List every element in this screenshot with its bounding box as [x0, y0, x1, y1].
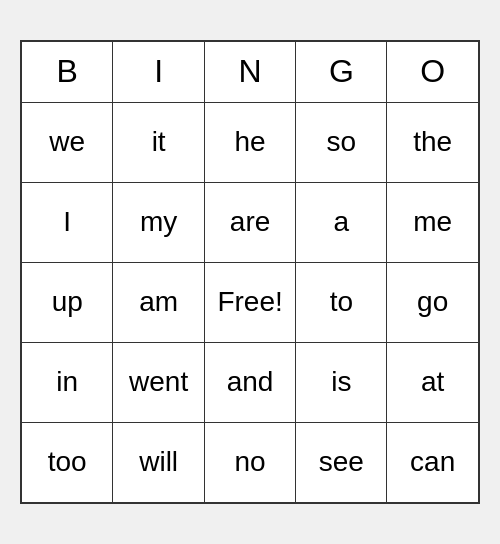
header-row: B I N G O [22, 42, 478, 102]
bingo-table: B I N G O weithesotheImyareameupamFree!t… [22, 42, 478, 502]
cell-r4-c4: can [387, 422, 478, 502]
cell-r0-c2: he [204, 102, 295, 182]
cell-r0-c3: so [296, 102, 387, 182]
cell-r0-c1: it [113, 102, 204, 182]
cell-r2-c2: Free! [204, 262, 295, 342]
table-row: upamFree!togo [22, 262, 478, 342]
col-o: O [387, 42, 478, 102]
table-row: inwentandisat [22, 342, 478, 422]
cell-r3-c0: in [22, 342, 113, 422]
cell-r3-c1: went [113, 342, 204, 422]
cell-r4-c2: no [204, 422, 295, 502]
col-n: N [204, 42, 295, 102]
table-row: weithesothe [22, 102, 478, 182]
cell-r1-c1: my [113, 182, 204, 262]
bingo-card: B I N G O weithesotheImyareameupamFree!t… [20, 40, 480, 504]
cell-r3-c4: at [387, 342, 478, 422]
cell-r4-c0: too [22, 422, 113, 502]
table-row: Imyareame [22, 182, 478, 262]
cell-r1-c3: a [296, 182, 387, 262]
cell-r2-c1: am [113, 262, 204, 342]
cell-r2-c3: to [296, 262, 387, 342]
cell-r0-c4: the [387, 102, 478, 182]
cell-r0-c0: we [22, 102, 113, 182]
cell-r3-c2: and [204, 342, 295, 422]
col-b: B [22, 42, 113, 102]
bingo-body: weithesotheImyareameupamFree!togoinwenta… [22, 102, 478, 502]
cell-r1-c0: I [22, 182, 113, 262]
cell-r2-c4: go [387, 262, 478, 342]
col-i: I [113, 42, 204, 102]
cell-r1-c4: me [387, 182, 478, 262]
cell-r4-c1: will [113, 422, 204, 502]
table-row: toowillnoseecan [22, 422, 478, 502]
cell-r2-c0: up [22, 262, 113, 342]
cell-r4-c3: see [296, 422, 387, 502]
cell-r1-c2: are [204, 182, 295, 262]
cell-r3-c3: is [296, 342, 387, 422]
col-g: G [296, 42, 387, 102]
